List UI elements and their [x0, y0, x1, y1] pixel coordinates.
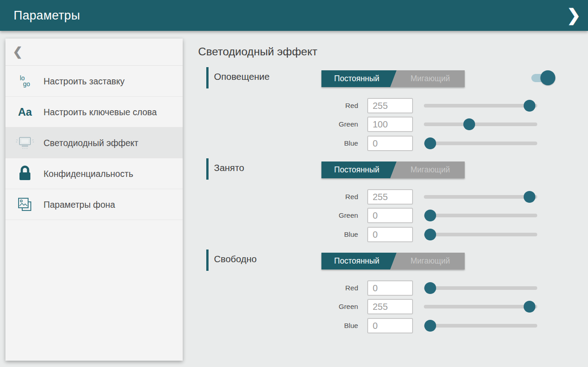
green-slider-thumb[interactable]: [463, 118, 475, 130]
section-title: Занято: [214, 162, 244, 173]
green-slider[interactable]: [424, 214, 537, 217]
mode-option-blink[interactable]: Мигающий: [390, 161, 465, 178]
green-slider[interactable]: [424, 305, 537, 308]
section-title: Оповещение: [214, 71, 270, 82]
section-accent-bar: [206, 250, 209, 271]
sidebar-item-privacy[interactable]: Конфиденциальность: [5, 158, 183, 189]
settings-screen: Параметры ❯ ❮ lo go Настроить заставку A…: [0, 0, 588, 367]
mode-segmented-control: Постоянный Мигающий: [321, 70, 465, 87]
toggle-knob: [540, 70, 555, 85]
page-title: Светодиодный эффект: [198, 45, 317, 58]
background-image-icon: [14, 196, 36, 213]
sidebar-item-led-effect[interactable]: Светодиодный эффект: [5, 127, 183, 158]
blue-label: Blue: [313, 136, 358, 151]
sidebar-item-screensaver[interactable]: lo go Настроить заставку: [5, 66, 183, 97]
blue-slider-thumb[interactable]: [424, 137, 436, 149]
blue-label: Blue: [313, 318, 358, 333]
green-slider-thumb[interactable]: [424, 210, 436, 221]
mode-option-blink[interactable]: Мигающий: [390, 70, 465, 87]
mode-option-solid[interactable]: Постоянный: [321, 161, 397, 178]
mode-option-blink[interactable]: Мигающий: [390, 253, 465, 269]
app-header: Параметры ❯: [0, 0, 588, 31]
rgb-row-red: Red: [198, 189, 565, 205]
red-slider[interactable]: [424, 286, 537, 290]
sidebar-item-background[interactable]: Параметры фона: [5, 189, 183, 220]
rgb-row-green: Green: [198, 117, 565, 132]
green-slider[interactable]: [424, 122, 537, 126]
mode-option-solid[interactable]: Постоянный: [321, 70, 397, 87]
blue-slider[interactable]: [424, 324, 537, 328]
sidebar-item-label: Настроить ключевые слова: [44, 106, 157, 118]
app-title: Параметры: [14, 9, 80, 23]
red-value-input[interactable]: [367, 280, 413, 296]
lock-icon: [14, 165, 36, 182]
logo-icon: lo go: [14, 75, 36, 87]
blue-slider[interactable]: [424, 233, 537, 236]
rgb-row-red: Red: [198, 280, 565, 296]
rgb-row-blue: Blue: [198, 227, 565, 242]
chevron-left-icon: ❮: [13, 45, 23, 59]
forward-chevron-icon[interactable]: ❯: [567, 5, 581, 26]
green-label: Green: [313, 117, 358, 132]
red-slider[interactable]: [424, 104, 537, 108]
rgb-row-red: Red: [198, 98, 565, 113]
red-label: Red: [313, 189, 358, 205]
green-slider-thumb[interactable]: [524, 301, 535, 313]
red-slider-thumb[interactable]: [524, 100, 535, 112]
sidebar-item-label: Конфиденциальность: [44, 168, 133, 180]
blue-slider[interactable]: [424, 142, 537, 145]
sidebar-item-label: Параметры фона: [44, 199, 115, 210]
red-slider[interactable]: [424, 195, 537, 199]
red-value-input[interactable]: [367, 98, 413, 113]
sidebar-collapse-button[interactable]: ❮: [5, 39, 183, 66]
green-value-input[interactable]: [367, 117, 413, 132]
section-notification: Оповещение Постоянный Мигающий Red Green: [198, 67, 565, 158]
sidebar: ❮ lo go Настроить заставку Aa Настроить …: [5, 39, 183, 361]
blue-value-input[interactable]: [367, 136, 413, 151]
blue-value-input[interactable]: [367, 318, 413, 333]
red-slider-thumb[interactable]: [524, 191, 535, 203]
green-value-input[interactable]: [367, 208, 413, 223]
green-label: Green: [313, 299, 358, 314]
mode-segmented-control: Постоянный Мигающий: [321, 253, 465, 269]
red-label: Red: [313, 98, 358, 113]
green-label: Green: [313, 208, 358, 223]
section-accent-bar: [206, 67, 209, 88]
red-value-input[interactable]: [367, 189, 413, 205]
blue-label: Blue: [313, 227, 358, 242]
mode-option-solid[interactable]: Постоянный: [321, 253, 397, 269]
font-aa-icon: Aa: [14, 106, 36, 118]
red-label: Red: [313, 280, 358, 296]
section-accent-bar: [206, 158, 209, 180]
blue-slider-thumb[interactable]: [424, 320, 436, 332]
rgb-row-green: Green: [198, 299, 565, 314]
rgb-row-green: Green: [198, 208, 565, 223]
led-display-icon: [14, 135, 36, 151]
blue-value-input[interactable]: [367, 227, 413, 242]
section-busy: Занято Постоянный Мигающий Red Green: [198, 158, 565, 249]
section-free: Свободно Постоянный Мигающий Red Green: [198, 250, 565, 340]
sidebar-item-keywords[interactable]: Aa Настроить ключевые слова: [5, 97, 183, 127]
red-slider-thumb[interactable]: [424, 282, 436, 294]
sidebar-item-label: Настроить заставку: [44, 75, 125, 87]
notification-toggle[interactable]: [531, 74, 550, 82]
blue-slider-thumb[interactable]: [424, 229, 436, 240]
main-content: Светодиодный эффект Оповещение Постоянны…: [198, 41, 570, 358]
green-value-input[interactable]: [367, 299, 413, 314]
rgb-row-blue: Blue: [198, 136, 565, 151]
mode-segmented-control: Постоянный Мигающий: [321, 161, 465, 178]
sidebar-item-label: Светодиодный эффект: [44, 137, 138, 149]
section-title: Свободно: [214, 254, 257, 264]
rgb-row-blue: Blue: [198, 318, 565, 333]
